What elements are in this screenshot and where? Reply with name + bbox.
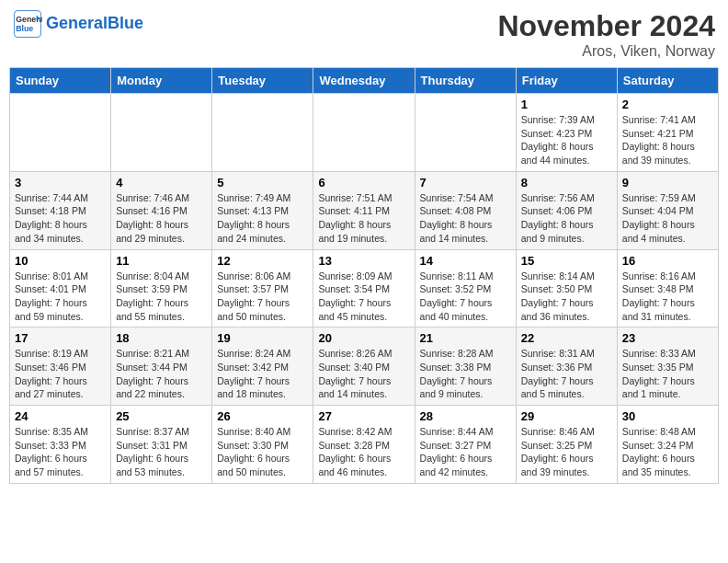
day-info: Sunrise: 8:40 AM Sunset: 3:30 PM Dayligh… xyxy=(217,425,308,479)
day-cell xyxy=(313,94,415,172)
day-cell: 7Sunrise: 7:54 AM Sunset: 4:08 PM Daylig… xyxy=(415,171,516,249)
day-info: Sunrise: 7:44 AM Sunset: 4:18 PM Dayligh… xyxy=(15,191,106,246)
day-info: Sunrise: 8:33 AM Sunset: 3:35 PM Dayligh… xyxy=(622,347,713,401)
day-cell: 2Sunrise: 7:41 AM Sunset: 4:21 PM Daylig… xyxy=(617,94,718,172)
day-info: Sunrise: 8:42 AM Sunset: 3:28 PM Dayligh… xyxy=(318,425,409,479)
day-info: Sunrise: 8:16 AM Sunset: 3:48 PM Dayligh… xyxy=(622,270,713,324)
day-number: 8 xyxy=(521,176,612,190)
day-info: Sunrise: 7:56 AM Sunset: 4:06 PM Dayligh… xyxy=(521,191,612,246)
day-cell: 13Sunrise: 8:09 AM Sunset: 3:54 PM Dayli… xyxy=(313,249,415,327)
day-number: 22 xyxy=(521,331,612,345)
day-info: Sunrise: 8:11 AM Sunset: 3:52 PM Dayligh… xyxy=(420,270,511,324)
day-number: 24 xyxy=(15,409,106,423)
day-info: Sunrise: 8:28 AM Sunset: 3:38 PM Dayligh… xyxy=(420,347,511,401)
day-number: 3 xyxy=(15,176,106,190)
day-cell: 24Sunrise: 8:35 AM Sunset: 3:33 PM Dayli… xyxy=(10,406,111,484)
day-info: Sunrise: 8:06 AM Sunset: 3:57 PM Dayligh… xyxy=(217,270,308,324)
day-cell: 10Sunrise: 8:01 AM Sunset: 4:01 PM Dayli… xyxy=(10,249,111,327)
day-info: Sunrise: 8:37 AM Sunset: 3:31 PM Dayligh… xyxy=(116,425,207,479)
day-cell: 1Sunrise: 7:39 AM Sunset: 4:23 PM Daylig… xyxy=(516,94,617,172)
svg-text:Blue: Blue xyxy=(16,24,33,33)
day-number: 20 xyxy=(318,331,409,345)
day-cell: 19Sunrise: 8:24 AM Sunset: 3:42 PM Dayli… xyxy=(212,327,313,406)
week-row-4: 17Sunrise: 8:19 AM Sunset: 3:46 PM Dayli… xyxy=(10,327,719,406)
day-number: 12 xyxy=(217,254,308,268)
day-number: 4 xyxy=(116,176,207,190)
day-cell: 11Sunrise: 8:04 AM Sunset: 3:59 PM Dayli… xyxy=(111,249,212,327)
day-cell: 17Sunrise: 8:19 AM Sunset: 3:46 PM Dayli… xyxy=(10,327,111,406)
day-cell xyxy=(415,94,516,172)
day-info: Sunrise: 8:09 AM Sunset: 3:54 PM Dayligh… xyxy=(318,270,409,324)
day-number: 16 xyxy=(622,254,713,268)
logo-icon: General Blue xyxy=(13,9,42,39)
day-info: Sunrise: 7:54 AM Sunset: 4:08 PM Dayligh… xyxy=(420,191,511,246)
day-cell xyxy=(212,94,313,172)
day-cell xyxy=(10,94,111,172)
day-info: Sunrise: 7:49 AM Sunset: 4:13 PM Dayligh… xyxy=(217,191,308,246)
day-cell: 8Sunrise: 7:56 AM Sunset: 4:06 PM Daylig… xyxy=(516,171,617,249)
location: Aros, Viken, Norway xyxy=(497,43,715,60)
day-info: Sunrise: 7:46 AM Sunset: 4:16 PM Dayligh… xyxy=(116,191,207,246)
weekday-header-sunday: Sunday xyxy=(10,68,111,94)
day-number: 14 xyxy=(420,254,511,268)
day-cell: 16Sunrise: 8:16 AM Sunset: 3:48 PM Dayli… xyxy=(617,249,718,327)
weekday-header-friday: Friday xyxy=(516,68,617,94)
weekday-header-saturday: Saturday xyxy=(617,68,718,94)
day-info: Sunrise: 7:39 AM Sunset: 4:23 PM Dayligh… xyxy=(521,113,612,167)
day-cell: 27Sunrise: 8:42 AM Sunset: 3:28 PM Dayli… xyxy=(313,406,415,484)
day-info: Sunrise: 8:04 AM Sunset: 3:59 PM Dayligh… xyxy=(116,270,207,324)
day-number: 15 xyxy=(521,254,612,268)
day-cell: 4Sunrise: 7:46 AM Sunset: 4:16 PM Daylig… xyxy=(111,171,212,249)
logo: General Blue GeneralBlue xyxy=(13,9,143,39)
day-info: Sunrise: 8:24 AM Sunset: 3:42 PM Dayligh… xyxy=(217,347,308,401)
day-cell: 23Sunrise: 8:33 AM Sunset: 3:35 PM Dayli… xyxy=(617,327,718,406)
title-block: November 2024 Aros, Viken, Norway xyxy=(497,9,715,60)
day-info: Sunrise: 8:44 AM Sunset: 3:27 PM Dayligh… xyxy=(420,425,511,479)
svg-text:General: General xyxy=(16,15,42,24)
day-number: 30 xyxy=(622,409,713,423)
day-info: Sunrise: 8:48 AM Sunset: 3:24 PM Dayligh… xyxy=(622,425,713,479)
day-number: 19 xyxy=(217,331,308,345)
week-row-5: 24Sunrise: 8:35 AM Sunset: 3:33 PM Dayli… xyxy=(10,406,719,484)
day-number: 23 xyxy=(622,331,713,345)
day-info: Sunrise: 8:26 AM Sunset: 3:40 PM Dayligh… xyxy=(318,347,409,401)
day-number: 18 xyxy=(116,331,207,345)
day-number: 10 xyxy=(15,254,106,268)
day-info: Sunrise: 8:01 AM Sunset: 4:01 PM Dayligh… xyxy=(15,270,106,324)
day-info: Sunrise: 8:14 AM Sunset: 3:50 PM Dayligh… xyxy=(521,270,612,324)
day-number: 2 xyxy=(622,98,713,111)
weekday-header-row: SundayMondayTuesdayWednesdayThursdayFrid… xyxy=(10,68,719,94)
day-number: 9 xyxy=(622,176,713,190)
week-row-1: 1Sunrise: 7:39 AM Sunset: 4:23 PM Daylig… xyxy=(10,94,719,172)
day-cell: 28Sunrise: 8:44 AM Sunset: 3:27 PM Dayli… xyxy=(415,406,516,484)
day-cell: 5Sunrise: 7:49 AM Sunset: 4:13 PM Daylig… xyxy=(212,171,313,249)
day-number: 21 xyxy=(420,331,511,345)
day-info: Sunrise: 8:21 AM Sunset: 3:44 PM Dayligh… xyxy=(116,347,207,401)
day-number: 28 xyxy=(420,409,511,423)
page-header: General Blue GeneralBlue November 2024 A… xyxy=(9,9,719,60)
day-info: Sunrise: 7:41 AM Sunset: 4:21 PM Dayligh… xyxy=(622,113,713,167)
day-cell: 3Sunrise: 7:44 AM Sunset: 4:18 PM Daylig… xyxy=(10,171,111,249)
day-number: 1 xyxy=(521,98,612,111)
month-title: November 2024 xyxy=(497,9,715,43)
day-cell: 20Sunrise: 8:26 AM Sunset: 3:40 PM Dayli… xyxy=(313,327,415,406)
day-cell: 25Sunrise: 8:37 AM Sunset: 3:31 PM Dayli… xyxy=(111,406,212,484)
logo-general: General xyxy=(46,14,108,32)
day-number: 7 xyxy=(420,176,511,190)
day-number: 13 xyxy=(318,254,409,268)
day-cell: 30Sunrise: 8:48 AM Sunset: 3:24 PM Dayli… xyxy=(617,406,718,484)
day-cell: 26Sunrise: 8:40 AM Sunset: 3:30 PM Dayli… xyxy=(212,406,313,484)
weekday-header-wednesday: Wednesday xyxy=(313,68,415,94)
day-cell xyxy=(111,94,212,172)
day-number: 27 xyxy=(318,409,409,423)
day-cell: 29Sunrise: 8:46 AM Sunset: 3:25 PM Dayli… xyxy=(516,406,617,484)
day-number: 29 xyxy=(521,409,612,423)
day-number: 17 xyxy=(15,331,106,345)
day-cell: 22Sunrise: 8:31 AM Sunset: 3:36 PM Dayli… xyxy=(516,327,617,406)
weekday-header-thursday: Thursday xyxy=(415,68,516,94)
day-number: 5 xyxy=(217,176,308,190)
calendar-table: SundayMondayTuesdayWednesdayThursdayFrid… xyxy=(9,67,719,484)
weekday-header-monday: Monday xyxy=(111,68,212,94)
day-info: Sunrise: 8:19 AM Sunset: 3:46 PM Dayligh… xyxy=(15,347,106,401)
week-row-2: 3Sunrise: 7:44 AM Sunset: 4:18 PM Daylig… xyxy=(10,171,719,249)
